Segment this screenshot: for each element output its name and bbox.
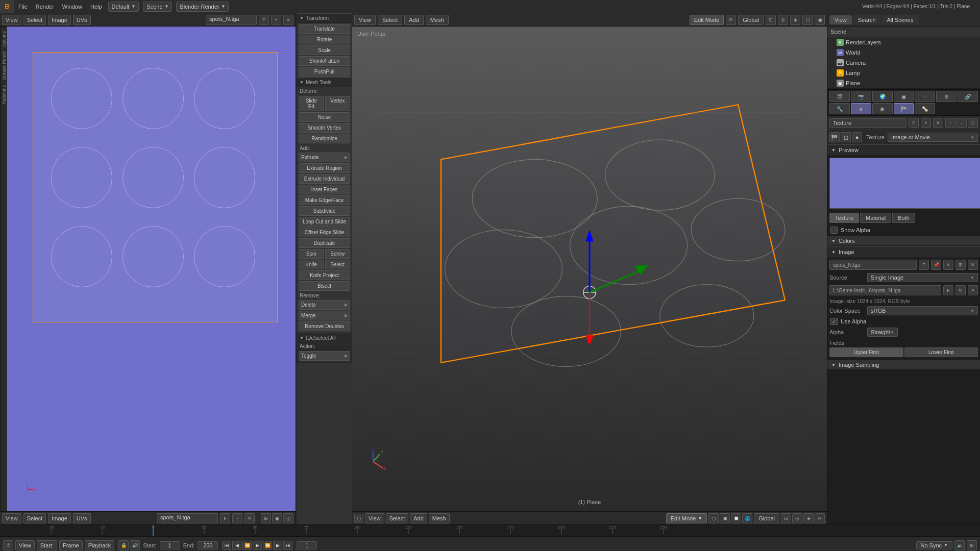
rotate-btn[interactable]: Rotate (299, 35, 350, 44)
prop-icon-data[interactable]: ◉ (872, 103, 893, 114)
timeline-extra[interactable]: ⊞ (967, 540, 977, 550)
view-onion-btn[interactable]: ◈ (790, 15, 800, 25)
offset-edge-btn[interactable]: Offset Edge Slide (299, 228, 350, 237)
extrude-btn[interactable]: Extrude (299, 153, 350, 162)
view-solid-btn[interactable]: ◼ (815, 15, 825, 25)
texture-tab[interactable]: Texture (829, 213, 859, 223)
audio-icon[interactable]: 🔉 (954, 540, 965, 550)
upper-first-btn[interactable]: Upper First (829, 347, 903, 357)
outliner-world[interactable]: W World (827, 47, 980, 58)
view-tab[interactable]: View (829, 15, 852, 24)
play-btn[interactable]: ▶ (253, 541, 262, 550)
edit-mode-btn[interactable]: Edit Mode (690, 15, 724, 25)
show-alpha-check[interactable] (830, 227, 838, 234)
path-x-btn[interactable]: ✕ (968, 285, 978, 295)
knife-btn[interactable]: Knife (299, 260, 324, 269)
texture-type-dropdown[interactable]: Image or Movie ▼ (888, 133, 978, 142)
image-path-input[interactable]: L:\Game Instit...6\spots_N.tga (829, 285, 941, 295)
remove-doubles-btn[interactable]: Remove Doubles (299, 321, 350, 331)
deselect-all-header[interactable]: (De)select All (297, 334, 352, 342)
image-section-header[interactable]: Image (827, 246, 980, 258)
workspace-selector[interactable]: Default ▼ (108, 2, 139, 12)
delete-btn[interactable]: Delete (299, 300, 350, 310)
tex-sw-3[interactable]: ● (852, 132, 862, 142)
image-extra-btn[interactable]: ⊞ (955, 260, 966, 270)
prop-icon-bone[interactable]: 🦴 (915, 103, 935, 114)
menu-help[interactable]: Help (86, 0, 106, 13)
texture-f-btn[interactable]: F (909, 118, 919, 128)
prop-icon-texture[interactable]: 🏁 (894, 103, 914, 114)
prop-icon-physics[interactable]: ⚙ (936, 91, 957, 102)
mirror-icon[interactable]: ⇔ (815, 513, 825, 523)
view-icon-1[interactable]: ⊞ (261, 513, 271, 523)
prev-frame-btn[interactable]: ◀ (232, 541, 241, 550)
prop-icon[interactable]: ◎ (792, 513, 802, 523)
tex-sw-1[interactable]: 🏁 (829, 132, 840, 142)
image-pin-btn[interactable]: 📌 (931, 260, 941, 270)
3d-view-btn[interactable]: View (354, 15, 376, 25)
search-tab[interactable]: Search (853, 15, 881, 24)
subdivide-btn[interactable]: Subdivide (299, 206, 350, 216)
menu-render[interactable]: Render (32, 0, 58, 13)
uv-viewport[interactable]: X Y (7, 27, 296, 511)
frame-field[interactable]: 1 (297, 541, 317, 549)
menu-window[interactable]: Window (58, 0, 86, 13)
prop-icon-render[interactable]: 📷 (851, 91, 871, 102)
3d-add-menu[interactable]: Add (410, 513, 427, 523)
jump-end-btn[interactable]: ⏭ (283, 541, 292, 550)
global-btn[interactable]: Global (738, 15, 764, 25)
uv-bottom-view[interactable]: View (2, 513, 21, 523)
noise-btn[interactable]: Noise (299, 112, 350, 122)
bisect-btn[interactable]: Bisect (299, 281, 350, 291)
colors-header[interactable]: Colors (827, 236, 980, 245)
merge-btn[interactable]: Merge (299, 311, 350, 320)
lower-first-btn[interactable]: Lower First (904, 347, 978, 357)
end-field[interactable]: 250 (198, 541, 218, 549)
outliner-plane[interactable]: ▣ Plane (827, 78, 980, 88)
uv-select-btn[interactable]: Select (23, 15, 46, 25)
snap-icon[interactable]: ⊡ (781, 513, 791, 523)
shading-render[interactable]: 🌐 (742, 513, 752, 523)
onion-icon[interactable]: ◈ (803, 513, 814, 523)
shading-solid[interactable]: ◼ (720, 513, 730, 523)
prop-icon-world[interactable]: 🌍 (872, 91, 893, 102)
image-f-btn[interactable]: F (919, 260, 929, 270)
sampling-header[interactable]: Image Sampling (827, 360, 980, 369)
translate-btn[interactable]: Translate (299, 24, 350, 34)
uv-bottom-name[interactable]: spots_N.tga (157, 513, 218, 523)
uv-bottom-image[interactable]: Image (48, 513, 71, 523)
outliner-camera[interactable]: 📷 Camera (827, 58, 980, 68)
mesh-tools-section-header[interactable]: Mesh Tools (297, 78, 352, 87)
view-type-icon[interactable]: ◻ (354, 514, 363, 523)
make-edge-face-btn[interactable]: Make Edge/Face (299, 195, 350, 205)
shading-tex[interactable]: 🔲 (731, 513, 741, 523)
colorspace-dropdown[interactable]: sRGB (867, 306, 978, 315)
material-tab[interactable]: Material (860, 213, 891, 223)
image-name-input[interactable]: spots_N.tga (829, 260, 917, 270)
pivot-btn[interactable]: ⟳ (726, 15, 736, 25)
uv-view-btn[interactable]: View (2, 15, 21, 25)
playback-menu[interactable]: Playback (85, 540, 115, 550)
uv-uvs-btn[interactable]: UVs (73, 15, 91, 25)
vertex-btn[interactable]: Vertex (325, 96, 351, 111)
spin-btn[interactable]: Spin (299, 249, 324, 259)
3d-mode-btn[interactable]: Edit Mode ▼ (666, 513, 707, 523)
path-f-btn[interactable]: F (943, 285, 953, 295)
duplicate-btn[interactable]: Duplicate (299, 238, 350, 248)
push-pull-btn[interactable]: PushPull (299, 67, 350, 77)
image-del-btn[interactable]: ✕ (968, 260, 978, 270)
randomize-btn[interactable]: Randomize (299, 134, 350, 143)
view-snap-btn[interactable]: ⊡ (766, 15, 776, 25)
uv-grease-tab[interactable]: Grease Pencil (1, 49, 8, 83)
all-scenes-tab[interactable]: All Scenes (882, 15, 919, 24)
3d-add-btn[interactable]: Add (404, 15, 424, 25)
tex-btn-a[interactable]: ↑ (945, 118, 955, 128)
3d-mesh-btn[interactable]: Mesh (426, 15, 449, 25)
uv-image-name[interactable]: spots_N.tga (206, 15, 257, 25)
extrude-region-btn[interactable]: Extrude Region (299, 163, 350, 173)
uv-bottom-btn1[interactable]: F (220, 513, 230, 523)
inset-faces-btn[interactable]: Inset Faces (299, 185, 350, 194)
engine-selector[interactable]: Blender Render ▼ (176, 2, 229, 12)
uv-bottom-select[interactable]: Select (23, 513, 46, 523)
select-btn[interactable]: Select (325, 260, 351, 269)
